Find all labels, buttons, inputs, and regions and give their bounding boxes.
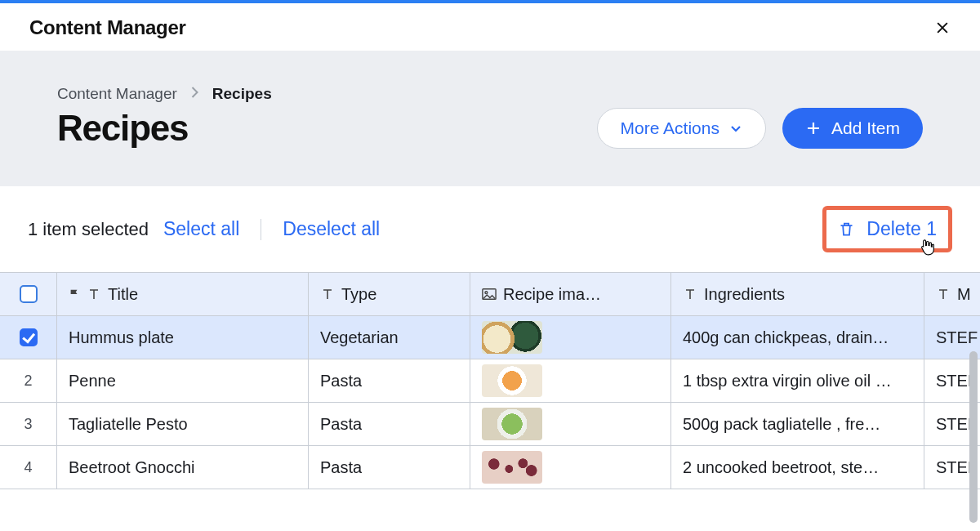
cell-ingredients[interactable]: 2 uncooked beetroot, ste…: [671, 446, 924, 489]
cell-ingredients[interactable]: 400g can chickpeas, drain…: [671, 316, 924, 359]
add-item-label: Add Item: [831, 118, 900, 138]
row-index-cell[interactable]: 4: [0, 446, 57, 489]
recipe-thumbnail: [482, 364, 542, 397]
close-icon: [934, 20, 951, 36]
vertical-scrollbar[interactable]: [969, 351, 978, 523]
modal-header: Content Manager: [0, 3, 980, 51]
row-index-cell[interactable]: 3: [0, 403, 57, 445]
breadcrumb-root[interactable]: Content Manager: [57, 85, 177, 103]
modal-title: Content Manager: [29, 16, 186, 39]
table-row[interactable]: Hummus plateVegetarian400g can chickpeas…: [0, 316, 980, 359]
selection-toolbar: 1 item selected Select all Deselect all …: [0, 186, 980, 272]
cell-title[interactable]: Hummus plate: [57, 316, 309, 359]
cell-title[interactable]: Beetroot Gnocchi: [57, 446, 309, 489]
more-actions-button[interactable]: More Actions: [597, 108, 766, 149]
column-type-label: Type: [341, 285, 376, 304]
data-table: Title Type Recipe ima… Ingredients M Hum…: [0, 272, 980, 489]
divider: [261, 219, 261, 240]
close-button[interactable]: [931, 16, 954, 39]
page-hero: Content Manager Recipes Recipes More Act…: [0, 51, 980, 186]
cell-image[interactable]: [470, 359, 671, 402]
column-image-label: Recipe ima…: [503, 285, 601, 304]
recipe-thumbnail: [482, 321, 542, 354]
column-header-type[interactable]: Type: [309, 273, 470, 315]
selection-count: 1 item selected: [28, 219, 149, 240]
trash-icon: [838, 221, 855, 238]
chevron-down-icon: [729, 122, 742, 135]
plus-icon: [805, 120, 822, 136]
breadcrumb-current: Recipes: [212, 85, 272, 103]
cell-ingredients[interactable]: 500g pack tagliatelle , fre…: [671, 403, 924, 445]
table-row[interactable]: 4Beetroot GnocchiPasta2 uncooked beetroo…: [0, 446, 980, 489]
recipe-thumbnail: [482, 451, 542, 484]
checkbox-icon: [20, 285, 38, 303]
column-header-steps[interactable]: M: [924, 273, 980, 315]
cell-image[interactable]: [470, 316, 671, 359]
text-type-icon: [87, 287, 101, 301]
page-title: Recipes: [57, 108, 272, 149]
checkbox-icon: [20, 328, 38, 346]
column-title-label: Title: [108, 285, 138, 304]
breadcrumb: Content Manager Recipes: [57, 85, 272, 103]
cell-type[interactable]: Vegetarian: [309, 316, 470, 359]
text-type-icon: [683, 287, 697, 301]
column-header-ingredients[interactable]: Ingredients: [671, 273, 924, 315]
pointer-cursor-icon: [918, 239, 935, 260]
delete-label: Delete 1: [866, 218, 937, 240]
cell-type[interactable]: Pasta: [309, 359, 470, 402]
delete-selected-button[interactable]: Delete 1: [822, 206, 952, 252]
cell-type[interactable]: Pasta: [309, 403, 470, 445]
table-header-row: Title Type Recipe ima… Ingredients M: [0, 273, 980, 316]
column-ingredients-label: Ingredients: [704, 285, 785, 304]
text-type-icon: [936, 287, 951, 301]
header-checkbox-cell[interactable]: [0, 273, 57, 315]
table-row[interactable]: 2PennePasta1 tbsp extra virgin olive oil…: [0, 359, 980, 403]
cell-type[interactable]: Pasta: [309, 446, 470, 489]
image-icon: [482, 287, 497, 301]
table-row[interactable]: 3Tagliatelle PestoPasta500g pack tagliat…: [0, 403, 980, 446]
chevron-right-icon: [190, 85, 199, 103]
cell-title[interactable]: Penne: [57, 359, 309, 402]
column-steps-label: M: [957, 285, 971, 304]
select-all-link[interactable]: Select all: [163, 218, 239, 240]
add-item-button[interactable]: Add Item: [782, 108, 923, 149]
cell-image[interactable]: [470, 446, 671, 489]
column-header-image[interactable]: Recipe ima…: [470, 273, 671, 315]
svg-point-1: [485, 292, 488, 294]
text-type-icon: [320, 287, 335, 301]
row-index-cell[interactable]: 2: [0, 359, 57, 402]
more-actions-label: More Actions: [621, 118, 719, 138]
cell-ingredients[interactable]: 1 tbsp extra virgin olive oil …: [671, 359, 924, 402]
cell-title[interactable]: Tagliatelle Pesto: [57, 403, 309, 445]
recipe-thumbnail: [482, 408, 542, 440]
cell-image[interactable]: [470, 403, 671, 445]
deselect-all-link[interactable]: Deselect all: [283, 218, 380, 240]
column-header-title[interactable]: Title: [57, 273, 309, 315]
flag-icon: [69, 287, 80, 301]
row-index-cell[interactable]: [0, 316, 57, 359]
